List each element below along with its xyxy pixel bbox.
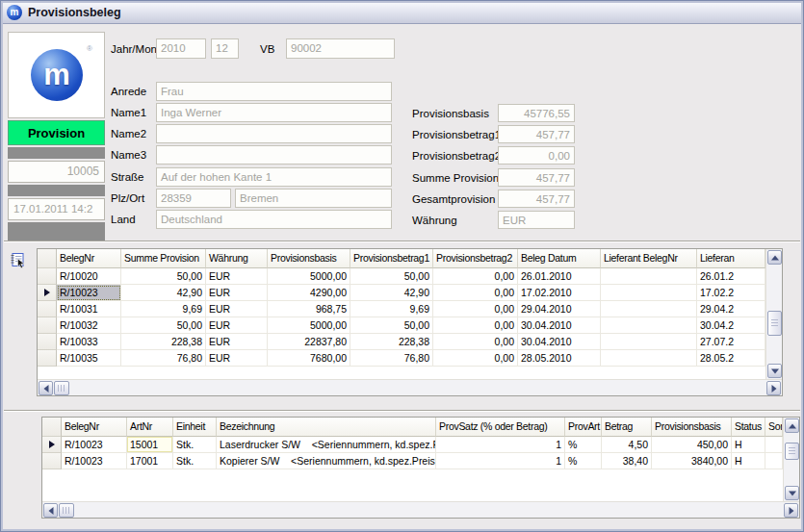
name1-field[interactable]: Inga Werner: [156, 103, 392, 122]
cell[interactable]: [765, 437, 783, 453]
provision-button[interactable]: Provision: [8, 120, 105, 145]
anrede-field[interactable]: Frau: [156, 82, 392, 101]
row-selector[interactable]: [38, 350, 57, 367]
ort-field[interactable]: Bremen: [235, 189, 392, 208]
cell[interactable]: 30.04.2: [697, 317, 765, 334]
cell[interactable]: 9,69: [350, 301, 433, 317]
scroll-left-button[interactable]: [39, 381, 53, 395]
col-provisionsbasis[interactable]: Provisionsbasis: [268, 249, 350, 268]
strasse-field[interactable]: Auf der hohen Kante 1: [156, 167, 392, 187]
cell[interactable]: 0,00: [433, 285, 518, 301]
row-selector[interactable]: [38, 334, 57, 350]
cell[interactable]: EUR: [206, 350, 268, 367]
cell[interactable]: 38,40: [602, 453, 652, 469]
cell[interactable]: 0,00: [433, 301, 518, 317]
name3-field[interactable]: [156, 145, 392, 165]
row-selector[interactable]: [42, 453, 62, 469]
scroll-up-button[interactable]: [785, 418, 799, 433]
cell[interactable]: R/10023: [62, 437, 127, 453]
col-sortierung[interactable]: Sor: [765, 418, 783, 437]
cell[interactable]: 30.04.2010: [518, 334, 601, 350]
row-header-corner[interactable]: [38, 249, 57, 268]
cell[interactable]: EUR: [206, 301, 268, 317]
scroll-down-button[interactable]: [767, 364, 782, 378]
col-beleg-datum[interactable]: Beleg Datum: [518, 249, 601, 268]
col-lieferant-belegnr[interactable]: Lieferant BelegNr: [601, 249, 697, 268]
cell-selected[interactable]: 15001: [127, 437, 173, 453]
row-selector[interactable]: [42, 437, 62, 453]
cell[interactable]: R/10032: [57, 317, 121, 334]
cell[interactable]: 27.07.2: [697, 334, 765, 350]
scrollbar-thumb[interactable]: [785, 443, 799, 460]
cell[interactable]: 50,00: [350, 268, 433, 285]
cell[interactable]: EUR: [206, 317, 268, 334]
cell[interactable]: [601, 317, 697, 334]
cell[interactable]: 42,90: [121, 285, 206, 301]
horizontal-scrollbar[interactable]: [42, 501, 799, 518]
cell[interactable]: 450,00: [652, 437, 732, 453]
cell[interactable]: 42,90: [350, 285, 433, 301]
cell[interactable]: R/10033: [57, 334, 121, 350]
cell[interactable]: 17001: [127, 453, 173, 469]
cell[interactable]: EUR: [206, 334, 268, 350]
col-lieferant-datum[interactable]: Lieferan: [697, 249, 765, 268]
col-provsatz[interactable]: ProvSatz (% oder Betrag): [436, 418, 565, 437]
col-provisionsbetrag1[interactable]: Provisionsbetrag1: [350, 249, 433, 268]
cell[interactable]: 228,38: [350, 334, 433, 350]
cell[interactable]: Kopierer S/W <Seriennummern, kd.spez.Pre…: [217, 453, 436, 469]
row-selector[interactable]: [38, 268, 57, 285]
provisionsbetrag1-field[interactable]: 457,77: [498, 125, 575, 143]
monat-field[interactable]: 12: [211, 38, 239, 59]
cell[interactable]: R/10020: [57, 268, 121, 285]
land-field[interactable]: Deutschland: [156, 210, 392, 229]
row-selector[interactable]: [38, 285, 57, 301]
cell[interactable]: [601, 285, 697, 301]
cell[interactable]: 1: [436, 453, 565, 469]
scroll-up-button[interactable]: [767, 250, 782, 265]
cell[interactable]: [601, 334, 697, 350]
col-waehrung[interactable]: Währung: [206, 249, 268, 268]
row-header-corner[interactable]: [42, 418, 62, 437]
provisionsbetrag2-field[interactable]: 0,00: [498, 146, 575, 165]
cell[interactable]: 76,80: [350, 350, 433, 367]
vertical-scrollbar[interactable]: [783, 418, 799, 501]
plz-field[interactable]: 28359: [156, 189, 231, 208]
name2-field[interactable]: [156, 124, 392, 143]
cell[interactable]: 26.01.2: [697, 268, 765, 285]
cell[interactable]: Stk.: [173, 453, 217, 469]
cell[interactable]: EUR: [206, 285, 268, 301]
cell[interactable]: 76,80: [121, 350, 206, 367]
cell[interactable]: 4,50: [602, 437, 652, 453]
cell[interactable]: 50,00: [121, 268, 206, 285]
jahr-field[interactable]: 2010: [156, 38, 206, 59]
scroll-down-button[interactable]: [785, 486, 799, 500]
scroll-left-button[interactable]: [43, 503, 58, 518]
col-artnr[interactable]: ArtNr: [127, 418, 173, 437]
scroll-right-button[interactable]: [784, 503, 798, 518]
cell[interactable]: 50,00: [121, 317, 206, 334]
cell[interactable]: Laserdrucker S/W <Seriennummern, kd.spez…: [217, 437, 436, 453]
cell[interactable]: 3840,00: [652, 453, 732, 469]
vertical-scrollbar[interactable]: [765, 249, 782, 379]
cell[interactable]: 1: [436, 437, 565, 453]
cell[interactable]: 29.04.2010: [518, 301, 601, 317]
cell[interactable]: [601, 350, 697, 367]
detail-view-button[interactable]: [10, 252, 27, 269]
cell[interactable]: 0,00: [433, 334, 518, 350]
cell[interactable]: [765, 453, 783, 469]
row-selector[interactable]: [38, 301, 57, 317]
cell[interactable]: 30.04.2010: [518, 317, 601, 334]
cell[interactable]: 0,00: [433, 317, 518, 334]
record-number-field[interactable]: 10005: [8, 161, 105, 183]
cell[interactable]: 968,75: [268, 301, 350, 317]
cell[interactable]: H: [732, 453, 765, 469]
waehrung-field[interactable]: EUR: [498, 211, 575, 229]
col-status[interactable]: Status: [732, 418, 765, 437]
cell[interactable]: 26.01.2010: [518, 268, 601, 285]
cell[interactable]: 4290,00: [268, 285, 350, 301]
cell[interactable]: [601, 301, 697, 317]
cell[interactable]: 5000,00: [268, 268, 350, 285]
cell[interactable]: 22837,80: [268, 334, 350, 350]
cell[interactable]: 50,00: [350, 317, 433, 334]
cell[interactable]: R/10035: [57, 350, 121, 367]
